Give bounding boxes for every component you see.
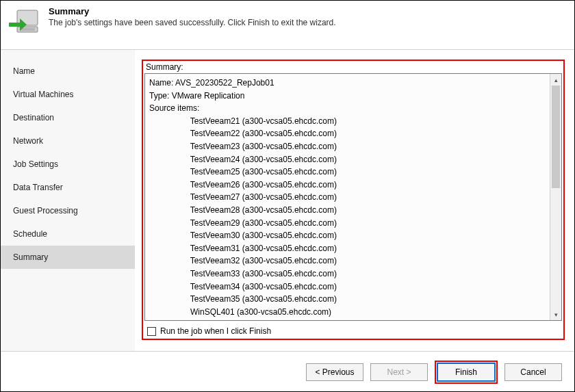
wizard-footer: < Previous Next > Finish Cancel [1, 351, 574, 392]
next-button: Next > [370, 363, 428, 381]
wizard-header: Summary The job's settings have been sav… [1, 1, 574, 50]
run-job-checkbox-label: Run the job when I click Finish [160, 326, 271, 336]
sidebar-item-job-settings[interactable]: Job Settings [1, 153, 135, 176]
cancel-button[interactable]: Cancel [504, 363, 562, 381]
sidebar-item-data-transfer[interactable]: Data Transfer [1, 176, 135, 199]
run-job-checkbox[interactable] [147, 327, 156, 336]
sidebar-item-virtual-machines[interactable]: Virtual Machines [1, 83, 135, 106]
sidebar-item-guest-processing[interactable]: Guest Processing [1, 199, 135, 222]
finish-button[interactable]: Finish [437, 363, 495, 381]
wizard-steps-sidebar: Name Virtual Machines Destination Networ… [1, 50, 135, 351]
summary-text: Name: AVS_20230522_RepJob01 Type: VMware… [145, 74, 550, 320]
sidebar-item-schedule[interactable]: Schedule [1, 222, 135, 246]
highlight-annotation-finish: Finish [435, 361, 498, 384]
scrollbar-down-arrow-icon[interactable]: ▾ [550, 309, 561, 320]
summary-icon [8, 6, 40, 39]
sidebar-item-network[interactable]: Network [1, 129, 135, 153]
highlight-annotation: Summary: Name: AVS_20230522_RepJob01 Typ… [142, 60, 565, 340]
sidebar-item-summary[interactable]: Summary [1, 246, 135, 269]
page-title: Summary [49, 6, 336, 16]
content-area: Summary: Name: AVS_20230522_RepJob01 Typ… [135, 50, 574, 351]
summary-textarea[interactable]: Name: AVS_20230522_RepJob01 Type: VMware… [144, 73, 562, 321]
previous-button[interactable]: < Previous [306, 363, 363, 381]
sidebar-item-name[interactable]: Name [1, 60, 135, 83]
scrollbar-thumb[interactable] [552, 86, 560, 188]
scrollbar[interactable]: ▴ ▾ [550, 74, 561, 320]
sidebar-item-destination[interactable]: Destination [1, 106, 135, 129]
summary-field-label: Summary: [144, 62, 562, 72]
scrollbar-up-arrow-icon[interactable]: ▴ [550, 74, 561, 86]
page-subtitle: The job's settings have been saved succe… [49, 18, 336, 27]
